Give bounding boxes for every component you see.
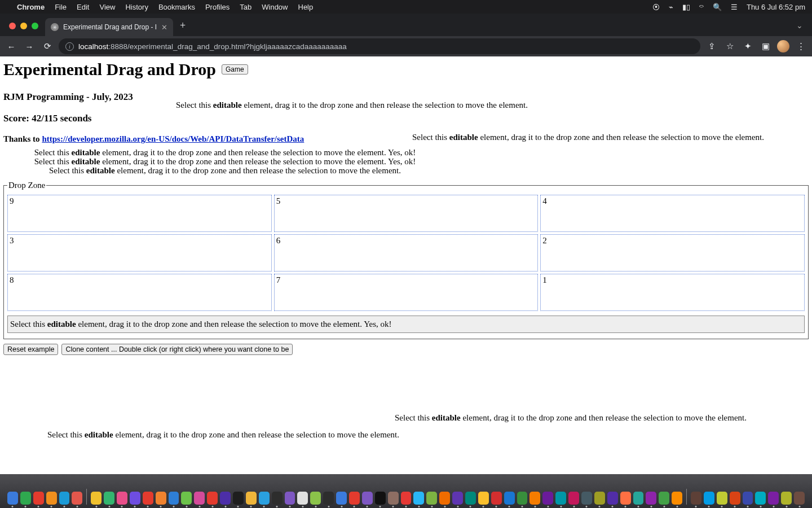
screen-record-icon[interactable]: ⦿ xyxy=(652,3,660,11)
thanks-link[interactable]: https://developer.mozilla.org/en-US/docs… xyxy=(42,134,304,143)
menu-file[interactable]: File xyxy=(55,3,67,11)
control-center-icon[interactable]: ☰ xyxy=(731,3,738,11)
dock-app[interactable] xyxy=(169,492,179,505)
draggable-text-6[interactable]: Select this editable element, drag it to… xyxy=(395,413,747,423)
dock-app[interactable] xyxy=(401,492,412,505)
close-window-button[interactable] xyxy=(9,23,16,29)
grid-cell[interactable]: 2 xyxy=(540,234,805,271)
dock-app[interactable] xyxy=(375,492,386,505)
dock-app[interactable] xyxy=(491,492,502,505)
forward-button[interactable]: → xyxy=(23,42,36,51)
side-panel-icon[interactable]: ▣ xyxy=(759,41,773,51)
battery-icon[interactable]: ▮▯ xyxy=(682,3,690,11)
bookmark-star-icon[interactable]: ☆ xyxy=(723,41,736,51)
dock-app[interactable] xyxy=(439,492,450,505)
dock-app[interactable] xyxy=(143,492,153,505)
dock-app[interactable] xyxy=(465,492,476,505)
dock-app[interactable] xyxy=(272,492,283,505)
dock-app[interactable] xyxy=(323,492,334,505)
reload-button[interactable]: ⟳ xyxy=(41,41,54,51)
dock-app[interactable] xyxy=(672,492,682,505)
new-tab-button[interactable]: + xyxy=(173,20,192,36)
grid-cell[interactable]: 4 xyxy=(540,195,805,232)
grid-cell[interactable]: 7 xyxy=(274,274,539,311)
minimize-window-button[interactable] xyxy=(20,23,27,29)
close-tab-icon[interactable]: ✕ xyxy=(161,23,167,32)
dock-app[interactable] xyxy=(246,492,257,505)
menu-tab[interactable]: Tab xyxy=(240,3,251,11)
draggable-text-4[interactable]: Select this editable element, drag it to… xyxy=(19,157,431,167)
maximize-window-button[interactable] xyxy=(32,23,38,29)
grid-cell[interactable]: 8 xyxy=(7,274,272,311)
wifi-icon[interactable]: ⌔ xyxy=(699,3,704,11)
game-button[interactable]: Game xyxy=(222,64,248,75)
menu-view[interactable]: View xyxy=(99,3,115,11)
grid-cell[interactable]: 1 xyxy=(540,274,805,311)
dock-app[interactable] xyxy=(233,492,244,505)
dock-app[interactable] xyxy=(33,492,44,505)
profile-avatar[interactable] xyxy=(777,40,789,52)
menu-edit[interactable]: Edit xyxy=(77,3,89,11)
grid-cell[interactable]: 6 xyxy=(274,234,539,271)
draggable-text-7[interactable]: Select this editable element, drag it to… xyxy=(47,430,399,440)
dock-app[interactable] xyxy=(594,492,605,505)
dock-app[interactable] xyxy=(646,492,656,505)
dock-app[interactable] xyxy=(659,492,669,505)
dock-app[interactable] xyxy=(620,492,631,505)
menu-bookmarks[interactable]: Bookmarks xyxy=(158,3,195,11)
dock-app[interactable] xyxy=(349,492,360,505)
dock-app[interactable] xyxy=(59,492,70,505)
dock-app[interactable] xyxy=(794,492,805,505)
dock-app[interactable] xyxy=(285,492,295,505)
dock-app[interactable] xyxy=(310,492,321,505)
dock-app[interactable] xyxy=(297,492,308,505)
dock-app[interactable] xyxy=(259,492,270,505)
share-icon[interactable]: ⇪ xyxy=(705,41,718,51)
grid-cell[interactable]: 5 xyxy=(274,195,539,232)
dock-app[interactable] xyxy=(568,492,579,505)
drop-result[interactable]: Select this editable element, drag it to… xyxy=(7,316,805,333)
menu-app-name[interactable]: Chrome xyxy=(17,3,45,11)
dock-app[interactable] xyxy=(478,492,489,505)
dock-app[interactable] xyxy=(181,492,192,505)
dock-app[interactable] xyxy=(388,492,399,505)
dock-app[interactable] xyxy=(755,492,766,505)
site-info-icon[interactable]: i xyxy=(65,42,74,51)
dock-app[interactable] xyxy=(717,492,727,505)
tab-overflow-icon[interactable]: ⌄ xyxy=(796,21,812,36)
dock-app[interactable] xyxy=(691,492,701,505)
grid-cell[interactable]: 3 xyxy=(7,234,272,271)
dock-app[interactable] xyxy=(452,492,463,505)
dock-app[interactable] xyxy=(336,492,347,505)
menu-history[interactable]: History xyxy=(125,3,148,11)
dock-app[interactable] xyxy=(730,492,740,505)
dock-app[interactable] xyxy=(117,492,127,505)
browser-tab[interactable]: ✳ Experimental Drag and Drop - I ✕ xyxy=(45,18,173,36)
dock-app[interactable] xyxy=(504,492,515,505)
menubar-clock[interactable]: Thu 6 Jul 6:52 pm xyxy=(747,3,805,11)
draggable-text-3[interactable]: Select this editable element, drag it to… xyxy=(19,148,431,157)
dock-app[interactable] xyxy=(413,492,424,505)
dock-app[interactable] xyxy=(20,492,31,505)
dock-app[interactable] xyxy=(529,492,540,505)
dock-app[interactable] xyxy=(46,492,57,505)
bluetooth-icon[interactable]: ⌁ xyxy=(669,3,673,11)
dock-app[interactable] xyxy=(130,492,140,505)
back-button[interactable]: ← xyxy=(5,42,18,51)
draggable-text-5[interactable]: Select this editable element, drag it to… xyxy=(19,167,431,176)
dock-app[interactable] xyxy=(743,492,753,505)
dock-app[interactable] xyxy=(581,492,592,505)
draggable-text-2[interactable]: Select this editable element, drag it to… xyxy=(412,133,764,142)
dock-app[interactable] xyxy=(207,492,218,505)
chrome-menu-icon[interactable]: ⋮ xyxy=(794,41,807,51)
dock-app[interactable] xyxy=(555,492,566,505)
dock-app[interactable] xyxy=(781,492,792,505)
menu-window[interactable]: Window xyxy=(262,3,288,11)
spotlight-icon[interactable]: 🔍 xyxy=(713,3,722,11)
dock-app[interactable] xyxy=(104,492,114,505)
dock-app[interactable] xyxy=(542,492,553,505)
dock-app[interactable] xyxy=(426,492,437,505)
dock-app[interactable] xyxy=(91,492,102,505)
menu-profiles[interactable]: Profiles xyxy=(205,3,230,11)
dock-app[interactable] xyxy=(7,492,18,505)
